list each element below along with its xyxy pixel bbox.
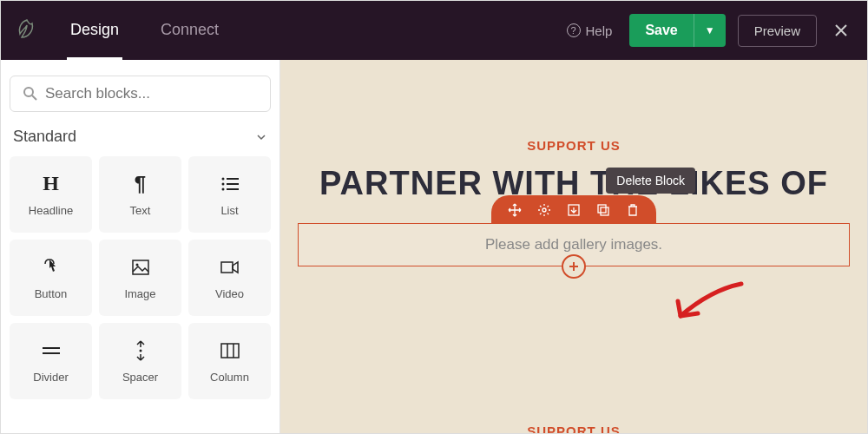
svg-rect-2 — [227, 178, 239, 180]
canvas[interactable]: SUPPORT US PARTNER WITH THE LIKES OF Del… — [280, 60, 867, 434]
selected-block[interactable]: Delete Block Please add gallery images. — [298, 223, 850, 266]
svg-rect-7 — [133, 260, 148, 274]
svg-rect-19 — [601, 207, 608, 215]
plus-icon — [568, 260, 580, 273]
block-text[interactable]: ¶ Text — [99, 156, 181, 233]
save-block-icon[interactable] — [566, 202, 582, 218]
block-grid: H Headline ¶ Text List Button Image Vi — [10, 156, 271, 399]
section-title: Standard — [13, 128, 76, 146]
logo-icon — [13, 16, 41, 44]
divider-icon — [42, 339, 61, 362]
block-label: Column — [210, 371, 249, 384]
list-icon — [221, 173, 239, 195]
duplicate-icon[interactable] — [595, 202, 611, 218]
text-icon: ¶ — [135, 173, 146, 195]
preview-button[interactable]: Preview — [738, 15, 817, 47]
block-image[interactable]: Image — [99, 240, 181, 316]
svg-rect-10 — [43, 347, 60, 349]
svg-point-0 — [24, 88, 33, 96]
block-label: List — [220, 204, 238, 217]
settings-icon[interactable] — [536, 202, 552, 218]
move-icon[interactable] — [507, 202, 523, 218]
svg-rect-13 — [221, 344, 239, 358]
svg-rect-4 — [227, 183, 239, 185]
tab-design[interactable]: Design — [67, 2, 122, 60]
section-header[interactable]: Standard — [10, 128, 271, 156]
block-label: Headline — [29, 204, 73, 217]
tab-connect[interactable]: Connect — [157, 2, 222, 60]
svg-point-12 — [139, 349, 141, 352]
block-label: Text — [130, 204, 151, 217]
add-block-button[interactable] — [562, 254, 586, 279]
main-tabs: Design Connect — [67, 2, 222, 60]
block-label: Spacer — [122, 371, 158, 384]
sidebar: Standard H Headline ¶ Text List Button — [1, 60, 280, 434]
block-button[interactable]: Button — [10, 240, 92, 316]
headline-icon: H — [43, 173, 59, 195]
svg-rect-18 — [598, 205, 606, 213]
video-icon — [220, 256, 240, 279]
help-label: Help — [586, 23, 613, 38]
block-headline[interactable]: H Headline — [10, 156, 92, 233]
search-icon — [23, 86, 38, 102]
block-label: Button — [35, 287, 68, 300]
save-button[interactable]: Save — [629, 14, 693, 47]
block-divider[interactable]: Divider — [10, 323, 92, 399]
block-spacer[interactable]: Spacer — [99, 323, 181, 399]
close-icon — [832, 22, 850, 39]
eyebrow-text: SUPPORT US — [527, 138, 621, 153]
annotation-arrow-icon — [667, 277, 746, 329]
svg-point-16 — [542, 208, 546, 212]
svg-rect-6 — [227, 188, 239, 190]
svg-rect-9 — [221, 262, 233, 273]
column-icon — [220, 339, 240, 362]
search-input[interactable] — [45, 85, 258, 102]
close-button[interactable] — [832, 22, 850, 39]
search-box[interactable] — [10, 76, 271, 112]
topbar: Design Connect ? Help Save ▼ Preview — [1, 1, 867, 60]
help-link[interactable]: ? Help — [567, 23, 613, 38]
delete-icon[interactable] — [625, 202, 641, 218]
svg-point-5 — [221, 187, 224, 190]
chevron-down-icon — [255, 131, 267, 143]
block-video[interactable]: Video — [188, 240, 271, 316]
block-toolbar — [491, 195, 656, 223]
save-dropdown-button[interactable]: ▼ — [694, 14, 726, 47]
svg-point-3 — [221, 182, 224, 185]
block-label: Divider — [33, 371, 68, 384]
block-label: Image — [124, 287, 155, 300]
block-label: Video — [215, 287, 244, 300]
svg-rect-11 — [43, 352, 60, 354]
svg-point-1 — [221, 177, 224, 180]
save-group: Save ▼ — [629, 14, 725, 47]
delete-tooltip: Delete Block — [606, 168, 695, 194]
eyebrow-text-2: SUPPORT US — [527, 424, 621, 434]
block-column[interactable]: Column — [188, 323, 271, 399]
spacer-icon — [135, 339, 147, 362]
block-list[interactable]: List — [188, 156, 271, 233]
image-icon — [132, 256, 149, 279]
help-icon: ? — [567, 23, 581, 37]
button-icon — [43, 256, 60, 279]
